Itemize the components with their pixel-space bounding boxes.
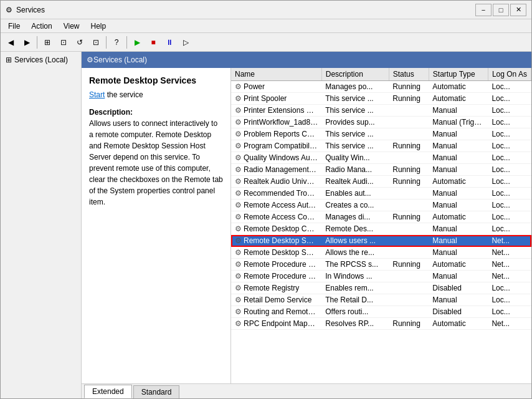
service-startup-cell: Manual	[429, 152, 488, 164]
service-startup-cell: Disabled	[429, 306, 488, 318]
table-row[interactable]: ⚙PowerManages po...RunningAutomaticLoc..…	[231, 81, 531, 93]
service-name-cell: ⚙Retail Demo Service	[231, 294, 321, 306]
properties-button[interactable]: ⊡	[56, 35, 71, 50]
table-row[interactable]: ⚙Recommended Troubleshoo...Enables aut..…	[231, 188, 531, 200]
table-row[interactable]: ⚙Remote Access Auto Conne...Creates a co…	[231, 200, 531, 211]
main-area: ⚙ Services (Local) Remote Desktop Servic…	[82, 52, 531, 398]
service-desc-cell: In Windows ...	[321, 271, 389, 282]
pause-button[interactable]: ⏸	[162, 35, 177, 50]
table-row[interactable]: ⚙Program Compatibility Assis...This serv…	[231, 140, 531, 152]
service-name-cell: ⚙Remote Access Auto Conne...	[231, 200, 321, 211]
tab-standard[interactable]: Standard	[133, 385, 180, 398]
close-button[interactable]: ✕	[510, 4, 526, 16]
service-desc-cell: This service ...	[321, 105, 389, 117]
service-desc-cell: Radio Mana...	[321, 164, 389, 176]
service-name-cell: ⚙Remote Access Connection ...	[231, 211, 321, 223]
service-startup-cell: Manual	[429, 140, 488, 152]
start-link[interactable]: Start	[89, 90, 105, 99]
table-row[interactable]: ⚙Remote Procedure Call (RPC)...In Window…	[231, 271, 531, 282]
service-name: Remote Procedure Call (RPC)	[244, 260, 321, 269]
table-row[interactable]: ⚙Quality Windows Audio Vid...Quality Win…	[231, 152, 531, 164]
gear-icon: ⚙	[235, 94, 242, 103]
menu-view[interactable]: View	[59, 21, 85, 32]
col-header-name[interactable]: Name	[231, 68, 321, 81]
table-row[interactable]: ⚙Remote RegistryEnables rem...DisabledLo…	[231, 282, 531, 294]
gear-icon: ⚙	[235, 296, 242, 304]
minimize-button[interactable]: −	[475, 4, 492, 16]
menu-file[interactable]: File	[3, 21, 25, 32]
gear-icon: ⚙	[235, 236, 242, 245]
service-name: Radio Management Service	[244, 165, 321, 174]
stop-button[interactable]: ■	[146, 35, 161, 50]
service-status-cell	[389, 282, 429, 294]
col-header-logon[interactable]: Log On As	[488, 68, 531, 81]
service-logon-cell: Loc...	[488, 117, 531, 128]
table-row[interactable]: ⚙PrintWorkflow_1ad8d04Provides sup...Man…	[231, 117, 531, 128]
table-row[interactable]: ⚙Radio Management ServiceRadio Mana...Ru…	[231, 164, 531, 176]
table-row[interactable]: ⚙RPC Endpoint MapperResolves RP...Runnin…	[231, 318, 531, 330]
sidebar-item-services-local[interactable]: ⊞ Services (Local)	[3, 54, 78, 65]
service-name: Remote Desktop Configurati...	[244, 224, 321, 233]
table-row[interactable]: ⚙Problem Reports Control Pa...This servi…	[231, 128, 531, 140]
service-logon-cell: Net...	[488, 259, 531, 271]
table-row[interactable]: ⚙Realtek Audio Universal Serv...Realtek …	[231, 176, 531, 188]
service-name: PrintWorkflow_1ad8d04	[244, 118, 321, 127]
service-status-cell	[389, 200, 429, 211]
col-header-startup[interactable]: Startup Type	[429, 68, 488, 81]
restart-button[interactable]: ▷	[178, 35, 193, 50]
service-logon-cell: Loc...	[488, 128, 531, 140]
service-status-cell: Running	[389, 176, 429, 188]
table-row[interactable]: ⚙Remote Desktop Services Us...Allows the…	[231, 247, 531, 259]
service-logon-cell: Net...	[488, 318, 531, 330]
service-name: Remote Procedure Call (RPC)...	[244, 272, 321, 281]
table-row[interactable]: ⚙Remote Access Connection ...Manages di.…	[231, 211, 531, 223]
table-row[interactable]: ⚙Print SpoolerThis service ...RunningAut…	[231, 93, 531, 105]
refresh-button[interactable]: ↺	[72, 35, 87, 50]
service-desc-cell: This service ...	[321, 140, 389, 152]
menu-help[interactable]: Help	[86, 21, 112, 32]
maximize-button[interactable]: □	[493, 4, 509, 16]
gear-icon: ⚙	[235, 224, 242, 233]
table-row[interactable]: ⚙Remote Desktop ServicesAllows users ...…	[231, 235, 531, 247]
start-link-suffix: the service	[105, 90, 143, 99]
menu-action[interactable]: Action	[26, 21, 57, 32]
play-button[interactable]: ▶	[130, 35, 145, 50]
service-action-line: Start the service	[89, 90, 223, 99]
gear-icon: ⚙	[235, 284, 242, 292]
service-logon-cell: Loc...	[488, 200, 531, 211]
service-desc-cell: This service ...	[321, 93, 389, 105]
service-logon-cell: Loc...	[488, 164, 531, 176]
service-status-cell	[389, 105, 429, 117]
toolbar-sep-3	[126, 36, 127, 49]
service-logon-cell: Loc...	[488, 282, 531, 294]
service-name-cell: ⚙Remote Desktop Services	[231, 235, 321, 247]
service-startup-cell: Automatic	[429, 318, 488, 330]
service-name-cell: ⚙Radio Management Service	[231, 164, 321, 176]
table-row[interactable]: ⚙Routing and Remote AccessOffers routi..…	[231, 306, 531, 318]
show-hide-button[interactable]: ⊞	[40, 35, 55, 50]
forward-button[interactable]: ▶	[19, 35, 34, 50]
bottom-tabs: Extended Standard	[82, 383, 531, 398]
back-button[interactable]: ◀	[3, 35, 18, 50]
service-desc-cell: Provides sup...	[321, 117, 389, 128]
export-button[interactable]: ⊡	[88, 35, 103, 50]
service-name: Print Spooler	[244, 94, 287, 103]
service-name: Program Compatibility Assis...	[244, 142, 321, 150]
col-header-status[interactable]: Status	[389, 68, 429, 81]
table-row[interactable]: ⚙Printer Extensions and Notifi...This se…	[231, 105, 531, 117]
service-name: Remote Desktop Services	[244, 236, 321, 245]
service-logon-cell: Net...	[488, 271, 531, 282]
service-name: Quality Windows Audio Vid...	[244, 153, 321, 162]
table-row[interactable]: ⚙Remote Desktop Configurati...Remote Des…	[231, 223, 531, 235]
service-list-area[interactable]: Name Description Status Startup Type Log…	[231, 68, 531, 383]
main-content-header: ⚙ Services (Local)	[82, 52, 531, 68]
service-desc-cell: Enables aut...	[321, 188, 389, 200]
service-description: Description: Allows users to connect int…	[89, 107, 223, 208]
table-row[interactable]: ⚙Remote Procedure Call (RPC)The RPCSS s.…	[231, 259, 531, 271]
tab-extended[interactable]: Extended	[84, 385, 132, 398]
col-header-description[interactable]: Description	[321, 68, 389, 81]
help-button[interactable]: ?	[109, 35, 124, 50]
service-status-cell	[389, 117, 429, 128]
table-row[interactable]: ⚙Retail Demo ServiceThe Retail D...Manua…	[231, 294, 531, 306]
service-logon-cell: Loc...	[488, 306, 531, 318]
